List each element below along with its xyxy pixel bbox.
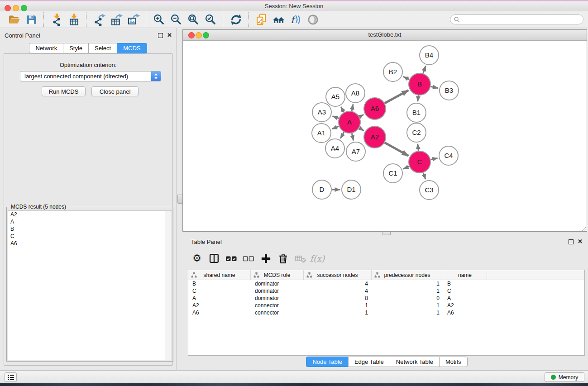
table-row[interactable]: A2connector11A2 [188, 302, 584, 309]
edge-B-B3[interactable] [430, 86, 438, 88]
zoom-out-icon[interactable] [167, 12, 185, 27]
import-network-icon[interactable] [48, 12, 65, 27]
node-A7[interactable]: A7 [346, 142, 365, 161]
node-A4[interactable]: A4 [325, 139, 344, 158]
node-A[interactable]: A [339, 111, 360, 133]
eye-icon[interactable] [304, 12, 321, 27]
edge-C-C3[interactable] [423, 173, 425, 180]
node-A8[interactable]: A8 [346, 84, 365, 103]
table-row[interactable]: Bdominator41B [188, 280, 584, 287]
edge-A-A3[interactable] [333, 116, 339, 118]
table-row[interactable]: A6connector11A6 [188, 309, 584, 316]
edge-A-A2[interactable] [359, 128, 364, 131]
function-builder-icon[interactable]: f(x) [309, 251, 326, 266]
node-A2[interactable]: A2 [364, 126, 386, 148]
table-row[interactable]: Adominator80A [188, 295, 584, 302]
delete-column-icon[interactable] [274, 251, 292, 266]
mcds-result-list[interactable]: A2ABCA6 [8, 210, 172, 360]
memory-button[interactable]: Memory [545, 372, 584, 382]
tab-mcds[interactable]: MCDS [117, 43, 147, 53]
table-close-icon[interactable]: ✕ [578, 239, 583, 244]
close-panel-icon[interactable]: ✕ [167, 33, 172, 38]
ndex-documents-icon[interactable] [253, 12, 270, 27]
edge-A-A8[interactable] [352, 104, 353, 111]
delete-table-icon[interactable] [292, 251, 309, 266]
result-list-item[interactable]: B [8, 225, 172, 233]
search-input[interactable] [450, 14, 583, 24]
column-header-predecessor-nodes[interactable]: predecessor nodes [372, 270, 443, 280]
result-list-item[interactable]: A [8, 218, 172, 225]
save-icon[interactable] [23, 12, 40, 27]
export-table-icon[interactable] [108, 12, 125, 27]
zoom-in-icon[interactable] [150, 12, 167, 27]
edge-C-C4[interactable] [430, 158, 437, 159]
split-columns-icon[interactable] [206, 251, 223, 266]
column-header-name[interactable]: name [443, 270, 487, 280]
node-C2[interactable]: C2 [407, 123, 426, 142]
node-C4[interactable]: C4 [439, 146, 458, 165]
uncheck-all-icon[interactable] [240, 251, 257, 266]
edge-A-A6[interactable] [359, 114, 363, 117]
edge-B-B1[interactable] [418, 95, 418, 101]
export-network-icon[interactable] [91, 12, 108, 27]
houses-icon[interactable] [270, 12, 287, 27]
node-A5[interactable]: A5 [326, 87, 345, 106]
check-all-icon[interactable] [223, 251, 240, 266]
column-header-shared-name[interactable]: shared name [188, 270, 251, 280]
edge-A-A5[interactable] [341, 107, 344, 112]
node-C1[interactable]: C1 [383, 164, 402, 183]
criterion-dropdown[interactable]: largest connected component (directed) [20, 71, 161, 81]
tab-select[interactable]: Select [88, 43, 117, 53]
edge-B-B2[interactable] [403, 76, 410, 79]
node-B[interactable]: B [409, 73, 430, 95]
edge-B-B4[interactable] [423, 66, 425, 73]
settings-gear-icon[interactable]: ⚙ [188, 251, 206, 266]
result-list-item[interactable]: A2 [8, 211, 172, 218]
network-canvas[interactable]: AA1A2A3A4A5A6A7A8BB1B2B3B4CC1C2C3C4DD1 [183, 41, 587, 231]
open-folder-icon[interactable] [5, 12, 23, 27]
tab-style[interactable]: Style [63, 43, 89, 53]
add-column-icon[interactable] [257, 251, 274, 266]
node-B4[interactable]: B4 [420, 46, 439, 65]
tab-network-table[interactable]: Network Table [390, 357, 440, 367]
node-B2[interactable]: B2 [383, 62, 402, 81]
tab-node-table[interactable]: Node Table [306, 357, 349, 367]
table-row[interactable]: Cdominator41C [188, 287, 584, 295]
resize-grip-icon[interactable] [581, 226, 587, 231]
node-D1[interactable]: D1 [342, 180, 361, 199]
node-B1[interactable]: B1 [407, 103, 426, 122]
tab-network[interactable]: Network [29, 43, 63, 53]
export-image-icon[interactable] [125, 12, 142, 27]
result-list-item[interactable]: A6 [8, 240, 172, 247]
zoom-selected-icon[interactable] [202, 12, 219, 27]
edge-A-A7[interactable] [352, 133, 353, 140]
result-list-item[interactable]: C [8, 233, 172, 240]
network-window-titlebar[interactable]: testGlobe.txt [183, 30, 587, 41]
result-scrollbar[interactable] [165, 211, 172, 360]
edge-C-C2[interactable] [418, 144, 419, 151]
node-C[interactable]: C [409, 151, 430, 173]
node-C3[interactable]: C3 [420, 181, 439, 200]
column-header-MCDS-role[interactable]: MCDS role [251, 270, 304, 280]
function-wave-icon[interactable]: f [287, 12, 304, 27]
run-mcds-button[interactable]: Run MCDS [42, 86, 86, 96]
float-panel-icon[interactable] [158, 33, 163, 38]
edge-A-A4[interactable] [340, 132, 344, 138]
node-A6[interactable]: A6 [364, 98, 386, 119]
network-graph[interactable]: AA1A2A3A4A5A6A7A8BB1B2B3B4CC1C2C3C4DD1 [183, 41, 587, 231]
node-A1[interactable]: A1 [312, 124, 331, 143]
refresh-icon[interactable] [227, 12, 244, 27]
edge-A6-B[interactable] [385, 90, 408, 103]
edge-A-A1[interactable] [332, 126, 339, 129]
tab-edge-table[interactable]: Edge Table [348, 357, 390, 367]
zoom-fit-icon[interactable] [185, 12, 202, 27]
close-panel-button[interactable]: Close panel [91, 86, 139, 96]
node-A3[interactable]: A3 [312, 103, 331, 122]
column-header-successor-nodes[interactable]: successor nodes [304, 270, 372, 280]
table-float-icon[interactable] [569, 239, 574, 244]
edge-C-C1[interactable] [403, 167, 409, 169]
import-table-icon[interactable] [65, 12, 82, 27]
node-D[interactable]: D [312, 180, 331, 199]
node-B3[interactable]: B3 [440, 81, 459, 100]
task-history-button[interactable] [5, 372, 17, 382]
